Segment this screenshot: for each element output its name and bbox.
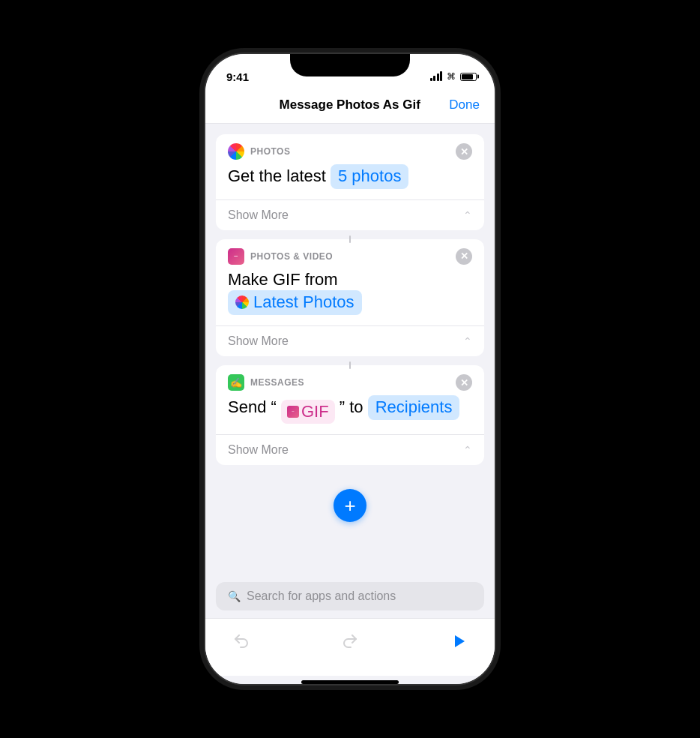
messages-card: ✍ MESSAGES ✕ Send “ −GIF ” to Recipients… xyxy=(216,365,484,465)
home-indicator xyxy=(301,680,399,684)
messages-action-suffix: ” to xyxy=(340,398,363,416)
photos-video-card-header: − PHOTOS & VIDEO ✕ xyxy=(216,239,484,265)
page-title: Message Photos As Gif xyxy=(280,98,420,112)
messages-close-button[interactable]: ✕ xyxy=(456,374,472,391)
svg-marker-0 xyxy=(455,635,465,647)
photos-close-button[interactable]: ✕ xyxy=(456,143,472,160)
photos-action-prefix: Get the latest xyxy=(228,166,326,185)
latest-photos-icon xyxy=(235,296,249,309)
bottom-toolbar xyxy=(205,618,495,676)
photos-video-action-text: Make GIF from Latest Photos xyxy=(228,270,362,314)
photos-video-label: PHOTOS & VIDEO xyxy=(250,251,333,262)
signal-icon xyxy=(430,72,443,81)
connector-2 xyxy=(216,362,484,369)
messages-label: MESSAGES xyxy=(250,377,304,388)
phone-frame: 9:41 ⌘ Message Photos As Gif Done xyxy=(204,52,496,686)
redo-button[interactable] xyxy=(337,628,363,655)
battery-icon xyxy=(460,73,477,81)
photos-video-chevron-icon: ⌃ xyxy=(463,335,472,347)
notch xyxy=(290,54,410,76)
recipients-token[interactable]: Recipients xyxy=(368,395,460,420)
messages-action-prefix: Send “ xyxy=(228,398,277,416)
photos-card: PHOTOS ✕ Get the latest 5 photos Show Mo… xyxy=(216,134,484,230)
photos-card-body: Get the latest 5 photos xyxy=(216,160,484,200)
photos-video-label-row: − PHOTOS & VIDEO xyxy=(228,248,333,265)
photos-video-card: − PHOTOS & VIDEO ✕ Make GIF from Latest … xyxy=(216,239,484,356)
photos-action-text: Get the latest 5 photos xyxy=(228,166,408,185)
photos-chevron-icon: ⌃ xyxy=(463,209,472,221)
gif-icon: − xyxy=(287,406,299,418)
photos-icon xyxy=(228,143,244,160)
photos-video-token[interactable]: Latest Photos xyxy=(228,290,362,315)
content-area: PHOTOS ✕ Get the latest 5 photos Show Mo… xyxy=(205,124,495,607)
photos-video-close-button[interactable]: ✕ xyxy=(456,248,472,265)
photos-video-card-body: Make GIF from Latest Photos xyxy=(216,265,484,326)
add-action-button[interactable]: + xyxy=(334,489,366,522)
status-time: 9:41 xyxy=(226,70,249,83)
add-button-area: + xyxy=(216,474,484,537)
photos-token[interactable]: 5 photos xyxy=(331,164,408,189)
photos-video-icon: − xyxy=(228,248,244,265)
search-icon: 🔍 xyxy=(228,590,241,602)
messages-label-row: ✍ MESSAGES xyxy=(228,374,304,391)
photos-video-show-more-label: Show More xyxy=(228,334,289,348)
run-button[interactable] xyxy=(445,628,472,655)
nav-bar: Message Photos As Gif Done xyxy=(205,90,495,124)
connector-1 xyxy=(216,236,484,243)
messages-show-more-label: Show More xyxy=(228,443,289,457)
messages-card-body: Send “ −GIF ” to Recipients xyxy=(216,391,484,434)
search-bar[interactable]: 🔍 Search for apps and actions xyxy=(216,582,484,610)
photos-show-more[interactable]: Show More ⌃ xyxy=(216,200,484,230)
photos-video-action-prefix: Make GIF from xyxy=(228,270,338,289)
search-bar-area: 🔍 Search for apps and actions xyxy=(205,576,495,618)
photos-video-show-more[interactable]: Show More ⌃ xyxy=(216,326,484,356)
messages-action-text: Send “ −GIF ” to Recipients xyxy=(228,398,459,416)
messages-show-more[interactable]: Show More ⌃ xyxy=(216,434,484,465)
undo-button[interactable] xyxy=(228,628,255,655)
photos-card-header: PHOTOS ✕ xyxy=(216,134,484,160)
gif-token[interactable]: −GIF xyxy=(281,400,335,424)
photos-show-more-label: Show More xyxy=(228,208,289,222)
messages-chevron-icon: ⌃ xyxy=(463,444,472,456)
done-button[interactable]: Done xyxy=(449,98,480,112)
search-placeholder: Search for apps and actions xyxy=(247,590,396,603)
messages-icon: ✍ xyxy=(228,374,244,391)
photos-label: PHOTOS xyxy=(250,146,290,157)
messages-card-header: ✍ MESSAGES ✕ xyxy=(216,365,484,391)
photos-label-row: PHOTOS xyxy=(228,143,290,160)
status-icons: ⌘ xyxy=(430,71,477,82)
bottom-section: 🔍 Search for apps and actions xyxy=(205,576,495,684)
wifi-icon: ⌘ xyxy=(447,71,456,82)
